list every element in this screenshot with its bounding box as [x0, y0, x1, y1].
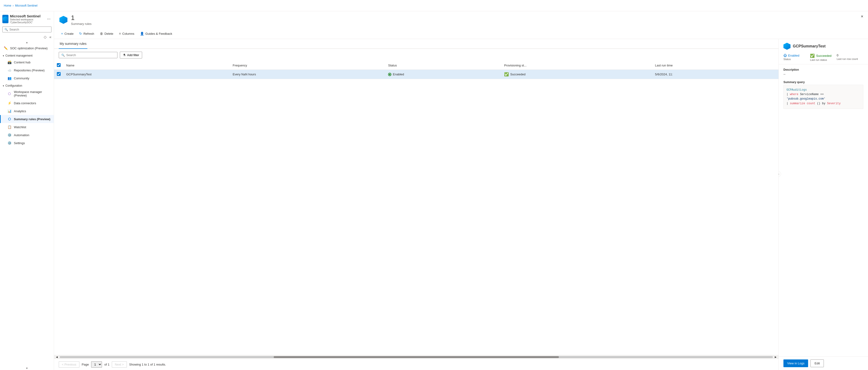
detail-last-run-status-label: Last run status	[810, 59, 837, 61]
toolbar: + Create ↻ Refresh 🗑 Delete ≡ Columns 👤	[54, 28, 868, 39]
detail-title: GCPSummaryTest	[793, 44, 826, 48]
analytics-icon: 📊	[7, 109, 11, 113]
page-header: 1 Summary rules ×	[54, 11, 868, 28]
detail-row-count-value: 0	[837, 54, 863, 57]
create-button[interactable]: + Create	[59, 30, 76, 37]
sidebar-search-wrap[interactable]: 🔍	[2, 27, 52, 32]
sidebar-item-soc-optimization[interactable]: ✏️ SOC optimization (Preview)	[0, 44, 54, 52]
sidebar-group-configuration[interactable]: ▾ Configuration	[0, 82, 54, 88]
page-label: Page	[82, 363, 89, 366]
automation-icon: ⚙️	[7, 133, 11, 137]
detail-stats: ⏻ Enabled Status ✅ Succeeded Last	[783, 54, 863, 61]
detail-header: GCPSummaryTest ⏻ Enabled Status	[779, 39, 868, 64]
guides-button[interactable]: 👤 Guides & Feedback	[138, 30, 175, 37]
succeeded-icon: ✅	[504, 72, 509, 76]
table-row[interactable]: GCPSummaryTest Every NaN hours Enabled	[54, 70, 778, 79]
sidebar-item-watchlist[interactable]: 📋 Watchlist	[0, 123, 54, 131]
breadcrumb-sentinel[interactable]: Microsoft Sentinel	[15, 4, 37, 7]
cell-status-text: Enabled	[393, 72, 404, 76]
code-where: where	[790, 93, 800, 96]
filter-icon: ⚗	[123, 53, 126, 57]
refresh-button[interactable]: ↻ Refresh	[77, 30, 97, 37]
table-search-wrap[interactable]: 🔍	[59, 52, 118, 58]
sidebar-actions: ◇ «	[0, 34, 54, 41]
refresh-icon: ↻	[79, 32, 82, 35]
sidebar-label-analytics: Analytics	[14, 109, 26, 113]
code-count-parens: () by	[817, 102, 827, 105]
sidebar-item-workspace-manager[interactable]: ⬡ Workspace manager (Preview)	[0, 88, 54, 99]
cell-last-run: 5/6/2024, 11:	[652, 70, 778, 79]
detail-last-run-status-value: ✅ Succeeded	[810, 54, 837, 58]
sidebar-group-label-content-management: Content management	[5, 54, 32, 57]
add-filter-button[interactable]: ⚗ Add filter	[120, 52, 142, 59]
soc-optimization-icon: ✏️	[3, 46, 8, 50]
select-all-checkbox[interactable]	[57, 63, 61, 67]
sidebar-label-content-hub: Content hub	[14, 61, 31, 64]
detail-query-section: Summary query GCPAuditLogs | where Servi…	[783, 80, 863, 109]
sidebar-group-content-management[interactable]: ▾ Content management	[0, 52, 54, 58]
sidebar-item-analytics[interactable]: 📊 Analytics	[0, 107, 54, 115]
enabled-status-icon	[388, 73, 391, 76]
sidebar-header: Microsoft Sentinel Selected workspace: '…	[0, 11, 54, 26]
sidebar-scroll-up-button[interactable]: ▲	[0, 41, 54, 44]
next-button[interactable]: Next >	[112, 361, 127, 368]
row-checkbox[interactable]	[57, 72, 61, 76]
breadcrumb-home[interactable]: Home	[4, 4, 11, 7]
detail-enabled-icon: ⏻	[783, 54, 787, 57]
guides-icon: 👤	[140, 32, 144, 35]
close-button[interactable]: ×	[861, 14, 863, 19]
sidebar-label-watchlist: Watchlist	[14, 125, 26, 129]
sidebar-scroll-down-button[interactable]: ▼	[0, 367, 54, 370]
sidebar-nav: ✏️ SOC optimization (Preview) ▾ Content …	[0, 44, 54, 367]
detail-cube-icon	[783, 43, 790, 50]
sidebar-item-community[interactable]: 👥 Community	[0, 74, 54, 82]
cell-status: Enabled	[385, 70, 501, 79]
summary-rules-icon: ⬡	[7, 117, 11, 121]
sidebar-collapse-button[interactable]: «	[49, 35, 52, 40]
create-label: Create	[64, 32, 73, 35]
breadcrumb-sep1: ›	[13, 4, 13, 7]
detail-status-value: ⏻ Enabled	[783, 54, 810, 57]
prev-button[interactable]: < Previous	[59, 361, 80, 368]
detail-body: Description -- Summary query GCPAuditLog…	[779, 64, 868, 357]
detail-query-label: Summary query	[783, 80, 863, 84]
ellipsis-button[interactable]: ···	[46, 15, 52, 22]
settings-icon: ⚙️	[7, 141, 11, 145]
data-connectors-icon: ⚡	[7, 101, 11, 105]
columns-label: Columns	[122, 32, 134, 35]
detail-description-label: Description	[783, 68, 863, 71]
delete-button[interactable]: 🗑 Delete	[97, 30, 116, 37]
scroll-right-button[interactable]: ▶	[774, 355, 778, 359]
sidebar-label-summary-rules: Summary rules (Preview)	[14, 117, 50, 121]
search-input[interactable]	[9, 28, 49, 31]
sidebar-item-repositories[interactable]: ☁️ Repositories (Preview)	[0, 66, 54, 74]
tab-my-summary-rules[interactable]: My summary rules	[59, 39, 87, 49]
tab-bar: My summary rules	[54, 39, 778, 49]
table-section: My summary rules 🔍 ⚗ Add filter	[54, 39, 779, 370]
sidebar-item-automation[interactable]: ⚙️ Automation	[0, 131, 54, 139]
scroll-track[interactable]	[60, 356, 773, 358]
scroll-left-button[interactable]: ◀	[55, 355, 59, 359]
top-bar: Home › Microsoft Sentinel	[0, 0, 868, 11]
table-search-input[interactable]	[66, 53, 115, 57]
detail-footer: View in Logs Edit	[779, 357, 868, 370]
page-select[interactable]: 1	[91, 361, 102, 368]
col-header-frequency: Frequency	[230, 61, 385, 70]
col-header-provisioning: Provisioning st...	[501, 61, 652, 70]
data-table: Name Frequency Status Provisioning st...…	[54, 61, 778, 355]
page-icon	[59, 15, 68, 25]
edit-button[interactable]: Edit	[810, 360, 824, 367]
col-header-last-run: Last run time	[652, 61, 778, 70]
sidebar-item-data-connectors[interactable]: ⚡ Data connectors	[0, 99, 54, 107]
sidebar-item-settings[interactable]: ⚙️ Settings	[0, 139, 54, 147]
sidebar-pin-button[interactable]: ◇	[43, 34, 47, 40]
chevron-down-icon-2: ▾	[3, 85, 4, 87]
sidebar-item-summary-rules[interactable]: ⬡ Summary rules (Preview)	[0, 115, 54, 123]
detail-status-text: Enabled	[788, 54, 799, 57]
detail-description-value: --	[783, 72, 863, 76]
detail-status-label: Status	[783, 58, 810, 61]
sidebar-item-content-hub[interactable]: 🗃️ Content hub	[0, 58, 54, 66]
add-filter-label: Add filter	[127, 53, 139, 57]
view-in-logs-button[interactable]: View in Logs	[783, 360, 808, 367]
columns-button[interactable]: ≡ Columns	[117, 30, 136, 37]
